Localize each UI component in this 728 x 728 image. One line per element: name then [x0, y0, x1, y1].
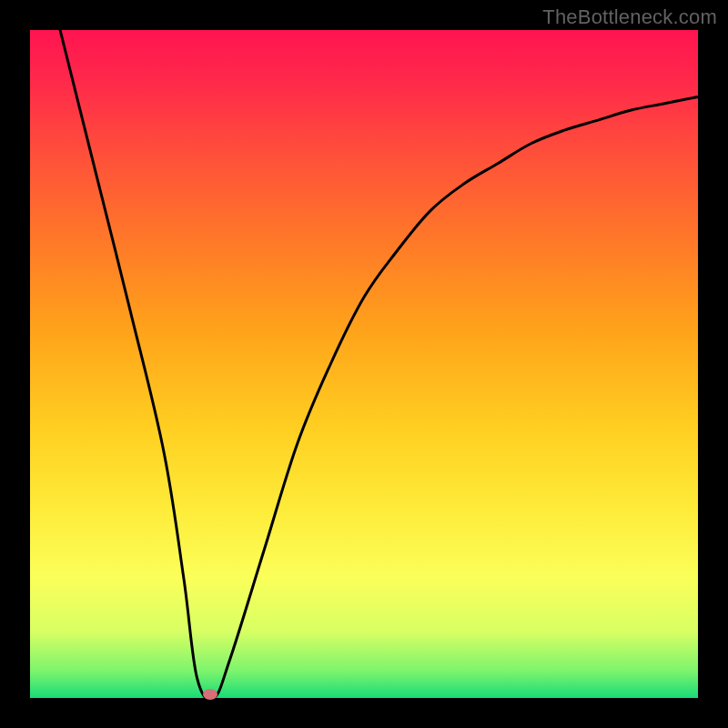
optimal-point-marker: [203, 689, 217, 700]
watermark-text: TheBottleneck.com: [542, 5, 717, 29]
chart-frame: TheBottleneck.com: [0, 0, 728, 728]
bottleneck-curve: [30, 30, 698, 698]
plot-area: [30, 30, 698, 698]
